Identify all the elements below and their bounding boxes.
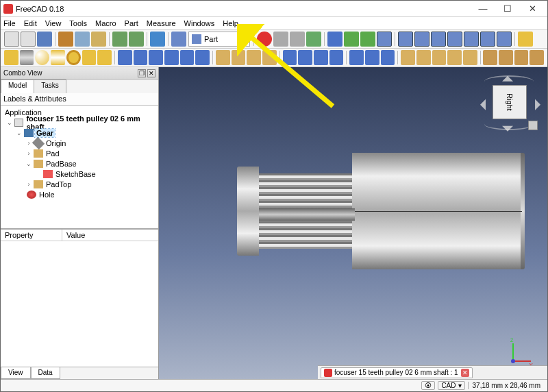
ruled-surface-button[interactable] [483, 50, 497, 65]
defeat-button[interactable] [432, 50, 447, 65]
workbench-icon[interactable] [171, 32, 186, 47]
refresh-button[interactable] [150, 32, 165, 47]
close-button[interactable]: ✕ [520, 1, 545, 16]
menu-part[interactable]: Part [125, 19, 138, 27]
tree-origin[interactable]: › Origin [1, 138, 158, 148]
tree-sketchbase[interactable]: SketchBase [1, 169, 158, 179]
tree-padbase[interactable]: ⌄ PadBase [1, 158, 158, 169]
menu-edit[interactable]: Edit [24, 19, 37, 27]
undo-button[interactable] [112, 32, 127, 47]
document-tab[interactable]: focuser 15 teeth pulley 02 6 mm shaft : … [321, 367, 473, 378]
menu-help[interactable]: Help [223, 19, 238, 27]
sphere-primitive-button[interactable] [35, 50, 49, 65]
prop-tab-view[interactable]: View [1, 367, 31, 379]
expand-icon[interactable]: › [25, 140, 32, 147]
workbench-selector[interactable]: Part ▼ [188, 32, 250, 47]
navcube-menu-icon[interactable] [528, 121, 538, 130]
section-button[interactable] [262, 50, 277, 65]
expand-icon[interactable]: ⌄ [25, 160, 32, 167]
boolean-common-button[interactable] [329, 50, 344, 65]
rear-view-button[interactable] [464, 32, 479, 47]
expand-icon[interactable]: ⌄ [6, 119, 13, 126]
save-doc-button[interactable] [37, 32, 52, 47]
fit-all-button[interactable] [327, 32, 342, 47]
expand-icon[interactable]: › [25, 181, 32, 188]
navigation-cube[interactable]: Right ▴ ▾ ◂ ▸ [482, 74, 539, 132]
paste-button[interactable] [91, 32, 106, 47]
tree-pad[interactable]: › Pad [1, 148, 158, 158]
combo-float-icon[interactable]: ❐ [138, 69, 146, 77]
cone-primitive-button[interactable] [51, 50, 65, 65]
left-view-button[interactable] [497, 32, 512, 47]
navcube-up-icon[interactable]: ▴ [502, 71, 513, 84]
projection-button[interactable] [381, 50, 395, 65]
utilities-button[interactable] [499, 50, 513, 65]
prism-primitive-button[interactable] [97, 50, 112, 65]
revolve-button[interactable] [134, 50, 148, 65]
navcube-down-icon[interactable]: ▾ [502, 121, 513, 134]
iso-view-button[interactable] [398, 32, 413, 47]
offset-button[interactable] [232, 50, 246, 65]
nav-style-selector[interactable]: CAD ▾ [438, 381, 464, 390]
mirror-button[interactable] [149, 50, 163, 65]
array-button[interactable] [365, 50, 379, 65]
tree-hole[interactable]: Hole [1, 189, 158, 199]
doc-tab-close-icon[interactable]: ✕ [461, 369, 469, 377]
navcube-face[interactable]: Right [493, 85, 527, 119]
navcube-right-icon[interactable]: ▸ [535, 90, 540, 116]
macro-record-button[interactable] [257, 32, 272, 47]
bottom-view-button[interactable] [480, 32, 495, 47]
expand-icon[interactable]: › [25, 150, 32, 157]
tab-model[interactable]: Model [1, 79, 34, 93]
zoom-button[interactable] [344, 32, 359, 47]
top-view-button[interactable] [431, 32, 446, 47]
draw-style-button[interactable] [360, 32, 375, 47]
prop-tab-data[interactable]: Data [31, 367, 60, 379]
maximize-button[interactable]: ☐ [495, 1, 520, 16]
box-primitive-button[interactable] [4, 50, 18, 65]
bbox-button[interactable] [377, 32, 392, 47]
torus-primitive-button[interactable] [66, 50, 81, 65]
measure-button[interactable] [518, 32, 533, 47]
minimize-button[interactable]: — [471, 1, 495, 16]
tree-document[interactable]: ⌄ focuser 15 teeth pulley 02 6 mm shaft [1, 117, 158, 127]
copy-button[interactable] [75, 32, 90, 47]
front-view-button[interactable] [414, 32, 429, 47]
model-tree[interactable]: Application ⌄ focuser 15 teeth pulley 02… [1, 106, 158, 229]
appearance-button[interactable] [530, 50, 544, 65]
combo-close-icon[interactable]: ✕ [147, 69, 155, 77]
open-doc-button[interactable] [21, 32, 36, 47]
3d-viewport[interactable]: Right ▴ ▾ ◂ ▸ z y focuser 15 teeth pulle… [159, 67, 547, 379]
right-view-button[interactable] [447, 32, 462, 47]
chamfer-button[interactable] [180, 50, 195, 65]
refine-button[interactable] [416, 50, 431, 65]
cylinder-primitive-button[interactable] [20, 50, 34, 65]
cross-section-button[interactable] [349, 50, 364, 65]
compound-button[interactable] [283, 50, 297, 65]
shape-builder-button[interactable] [401, 50, 415, 65]
split-button[interactable] [463, 50, 477, 65]
tree-padtop[interactable]: › PadTop [1, 179, 158, 189]
macro-play-button[interactable] [306, 32, 321, 47]
boolean-fuse-button[interactable] [314, 50, 328, 65]
menu-view[interactable]: View [45, 19, 62, 27]
menu-measure[interactable]: Measure [147, 19, 176, 27]
navcube-left-icon[interactable]: ◂ [480, 90, 486, 116]
tube-primitive-button[interactable] [82, 50, 97, 65]
check-geom-button[interactable] [447, 50, 462, 65]
expand-icon[interactable]: ⌄ [16, 130, 23, 136]
menu-macro[interactable]: Macro [95, 19, 116, 27]
extrude-button[interactable] [118, 50, 132, 65]
boolean-cut-button[interactable] [298, 50, 312, 65]
menu-windows[interactable]: Windows [184, 19, 215, 27]
thickness-button[interactable] [247, 50, 261, 65]
sweep-button[interactable] [216, 50, 230, 65]
combo-view-header[interactable]: Combo View ❐ ✕ [1, 67, 158, 79]
menu-tools[interactable]: Tools [69, 19, 87, 27]
new-doc-button[interactable] [4, 32, 19, 47]
fillet-button[interactable] [164, 50, 179, 65]
cut-button[interactable] [58, 32, 73, 47]
redo-button[interactable] [129, 32, 144, 47]
loft-button[interactable] [195, 50, 210, 65]
color-per-face-button[interactable] [514, 50, 529, 65]
